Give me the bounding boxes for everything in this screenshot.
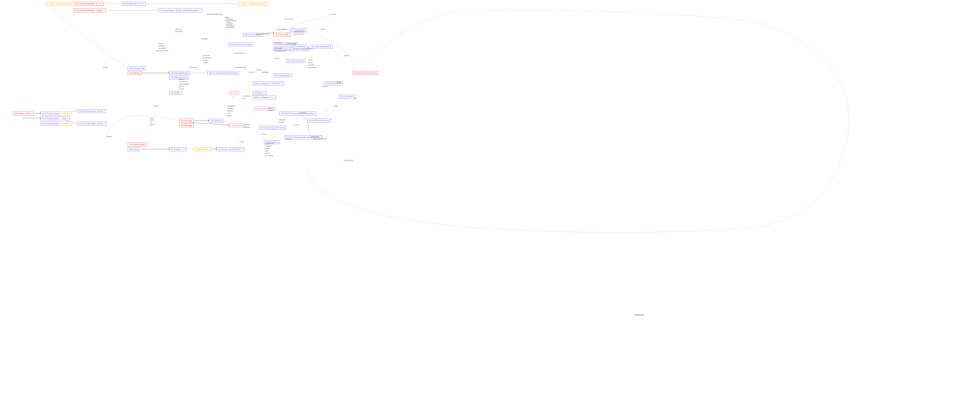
connections-svg <box>0 0 980 408</box>
node-SFCErrorStatic[interactable]: static_exception< SFCError > <box>253 81 283 85</box>
label-basegrammar: _basegrammar <box>274 49 286 52</box>
node-SFAClusterHeapTAlloc[interactable]: SFAClusterHeap< T, Alloc > <box>40 116 70 120</box>
node-SFXArrayV[interactable]: SFXArray< V > <box>169 147 187 151</box>
label-callback3: _callback <box>242 126 250 128</box>
node-SFXFile[interactable]: SFXFile <box>229 91 239 95</box>
node-SFXBuffer[interactable]: SFXBuffer <box>169 91 182 95</box>
label-buffer2: _buffer <box>153 105 159 107</box>
label-stringlit: _string <box>255 69 261 71</box>
node-SFXStorage[interactable]: SFXStorage <box>179 119 194 123</box>
label-buffer3: _buffer <box>106 135 112 138</box>
label-writer2: _writer <box>336 81 341 83</box>
node-SFXLinkedHashMapKV[interactable]: SFXLinkedHashMap< K, V > <box>73 2 103 6</box>
label-ownerDocument: _ownerDocument <box>255 33 270 35</box>
node-SFXXMLNode[interactable]: SFXXMLNode <box>274 33 290 37</box>
label-body: _body <box>307 62 313 64</box>
label-envelope: _envelope <box>307 66 316 69</box>
label-service: _service <box>329 13 336 15</box>
label-boolname: _boolname <box>202 57 212 59</box>
node-SFXStreamReader[interactable]: SFXStreamReader <box>169 71 190 75</box>
label-versionEncoding: _version_encoding <box>174 28 183 32</box>
label-header2: _header <box>277 121 284 123</box>
label-docelement: _docelement <box>234 52 245 54</box>
label-localname: _localname <box>178 81 188 83</box>
label-request: _request <box>299 112 306 114</box>
node-SFAStorage[interactable]: SFAStorage <box>179 124 194 128</box>
label-prefix2: _prefix <box>264 147 270 150</box>
label-http: _http <box>334 105 338 107</box>
label-string: _string <box>102 66 107 69</box>
label-buffer: _buffer <box>178 88 184 90</box>
node-SFXTimer[interactable]: SFXTimer <box>274 126 286 130</box>
node-SFXArrayNodeRecPtr[interactable]: SFXArray< NodeRecPtr > <box>216 147 244 151</box>
label-response: _response <box>310 135 319 138</box>
node-SFXMLDocumentType[interactable]: SFXMLDocumentType <box>228 43 253 46</box>
label-callback2: _callback <box>242 124 250 126</box>
node-SFXHashmapKV[interactable]: SFXhashmap< K, V > <box>122 2 146 6</box>
label-writer: _writer <box>267 109 273 112</box>
label-document: _document <box>283 18 293 20</box>
node-NodeRecPtr[interactable]: < NodeRecPtr > <box>193 147 212 151</box>
label-name2: _name <box>157 43 163 45</box>
label-parentNode: _parentNode <box>293 33 304 35</box>
node-SFXXMLElement[interactable]: SFXXMLElement <box>286 59 305 63</box>
label-callback: _callback <box>277 119 285 121</box>
label-port: _port <box>264 150 268 152</box>
label-doctype2: _doctype <box>200 38 208 40</box>
node-SFXLinkedHashMapSint32[interactable]: SFXLinkedHashMap< Sint32 > <box>73 9 106 13</box>
label-targetURI: _targetURI <box>264 143 274 145</box>
node-SFXInputStream[interactable]: SFXInputStream <box>128 143 146 147</box>
label-prefixes: _prefixes <box>202 54 210 56</box>
node-SFAClusterHeapAChar[interactable]: SFXClusterHeap< AChar > <box>78 109 106 113</box>
node-SFXMemory[interactable]: SFXMemory <box>209 119 224 123</box>
node-SFXXMLDOMParser[interactable]: SFXXMLDOMParser <box>310 45 333 49</box>
label-methodset: _methodset <box>343 159 353 161</box>
node-Sint32DOMNodeListPtr1[interactable]: < Sint32, DOMNodeListPtr > <box>46 2 76 6</box>
node-SFXXMLReader[interactable]: SFXXMLReader <box>274 73 292 77</box>
node-SFXHashmapSint32[interactable]: SFXHashmap< Sint32, DOMNodeListPtr > <box>159 9 202 13</box>
label-exception: _exception <box>242 95 251 97</box>
label-baseurl: _baseurl <box>226 110 234 112</box>
label-env: _env <box>242 97 246 99</box>
label-rpc: _rpc <box>353 97 356 99</box>
node-SFCError[interactable]: SFCError > <box>253 91 266 95</box>
label-agent: _agent <box>226 115 232 116</box>
label-method2: _method <box>264 145 272 147</box>
label-entity: _entity <box>319 28 325 30</box>
label-scanner: _scanner <box>305 48 313 50</box>
label-prefix: _prefix <box>178 85 184 88</box>
node-SFCErrorT[interactable]: static_exception< T > <box>253 96 276 99</box>
label-methodAtribute: _methodAttribute <box>312 138 327 140</box>
node-SFXSOAPServiceProxy[interactable]: SFXSOAPServiceProxy <box>353 71 379 75</box>
node-SFAHeapAlloc[interactable]: SFAHeap< Alloc > <box>13 112 33 115</box>
label-namespace: _namespace <box>178 83 189 85</box>
label-proxy2: _proxy <box>267 107 273 109</box>
label-header3: _header <box>285 138 291 140</box>
label-method: _method <box>226 107 234 110</box>
label-parser: _parse <box>343 54 349 56</box>
node-Uint32[interactable]: < Uint32 > <box>59 122 72 126</box>
label-activeNode: _activeNode <box>293 30 304 33</box>
label-node: _node <box>239 141 244 143</box>
node-SFXClusterHeapUint32[interactable]: SFXClusterHeap< Uint32 > <box>78 122 107 126</box>
label-callback-detected: callback <box>635 313 644 316</box>
label-url: _url <box>149 121 152 123</box>
node-SFAStream[interactable]: SFAStream <box>128 71 142 75</box>
node-SFXArray[interactable]: SFXArray <box>128 147 140 151</box>
node-SFXArrayString[interactable]: SFXArrayString <box>128 66 146 70</box>
node-SFXHTTPConnectionRequestRec[interactable]: SFXHTTPConnection::RequestRec <box>280 112 316 115</box>
node-AChar[interactable]: < AChar > <box>59 112 72 115</box>
label-sufix: _suffix <box>202 62 208 64</box>
node-SFXArrayStringStreamReader[interactable]: SFXArrayStringStreamReader <box>207 71 239 75</box>
node-SFXHTTPConnection[interactable]: SFXHTTPConnection <box>307 119 331 123</box>
label-prefix3: _prefix <box>202 59 208 61</box>
label-use: _use <box>226 112 230 114</box>
label-T: T <box>232 96 233 99</box>
node-SFXSource[interactable]: SFXSource <box>259 126 273 130</box>
label-name3: _name <box>178 78 184 80</box>
label-systemID2: _systemID <box>157 47 166 49</box>
node-Sint32DOMNodeListPtr2[interactable]: < Sint32, DOMNodeListPtr > <box>238 2 268 6</box>
label-errorMessage: _errorMessage <box>234 66 247 69</box>
label-straight: _straight <box>261 71 269 73</box>
label-docType: _docType <box>274 42 282 44</box>
